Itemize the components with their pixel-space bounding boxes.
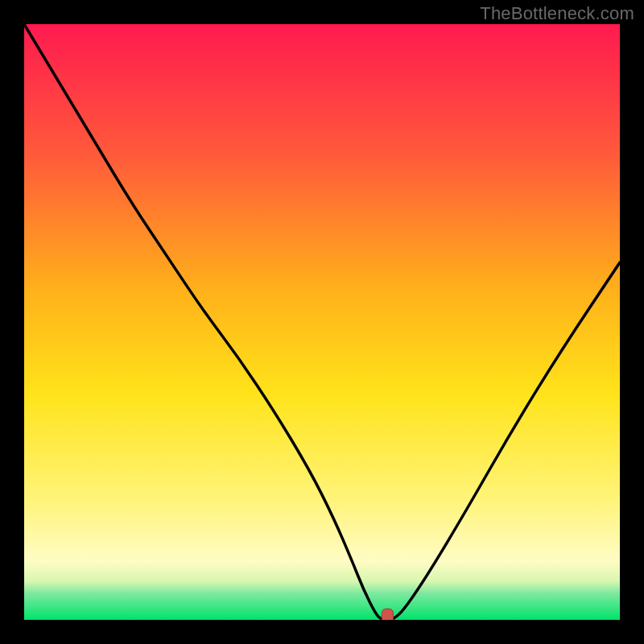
optimal-point-marker	[382, 609, 393, 620]
chart-frame: TheBottleneck.com	[0, 0, 644, 644]
gradient-background	[24, 24, 620, 620]
bottleneck-chart	[24, 24, 620, 620]
plot-area	[24, 24, 620, 620]
watermark-text: TheBottleneck.com	[480, 3, 634, 24]
